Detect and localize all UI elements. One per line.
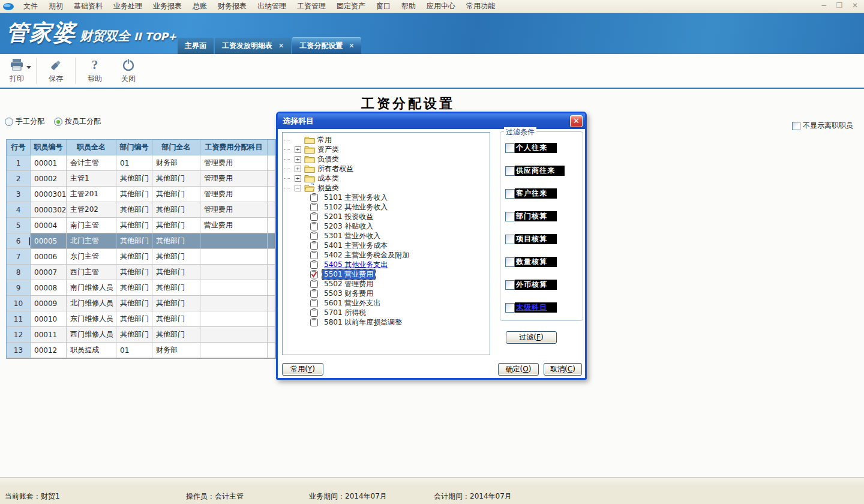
checkbox-icon[interactable] (505, 303, 515, 313)
leaf-icon[interactable] (310, 251, 318, 259)
checkbox-icon[interactable] (505, 235, 515, 244)
filter-option-末级科目[interactable]: 末级科目 (505, 302, 557, 313)
checkbox-icon[interactable] (505, 280, 515, 290)
table-row[interactable]: 1300012职员提成01财务部 (7, 343, 275, 358)
tree-leaf-5101[interactable]: 5101 主营业务收入 (283, 193, 490, 202)
expand-icon[interactable] (295, 156, 301, 163)
ok-button[interactable]: 确定(O) (498, 363, 539, 376)
menu-item-业务报表[interactable]: 业务报表 (148, 0, 187, 13)
toolbar-power-button[interactable]: 关闭 (112, 54, 145, 88)
table-row[interactable]: 200002主管1其他部门其他部门管理费用 (7, 171, 275, 187)
table-row[interactable]: 900008南门维修人员其他部门其他部门 (7, 280, 275, 296)
menu-item-帮助[interactable]: 帮助 (396, 0, 421, 13)
filter-option-供应商往来[interactable]: 供应商往来 (505, 166, 565, 176)
menu-item-窗口[interactable]: 窗口 (371, 0, 396, 13)
menu-item-固定资产[interactable]: 固定资产 (331, 0, 371, 13)
tree-leaf-5102[interactable]: 5102 其他业务收入 (283, 202, 490, 212)
filter-button[interactable]: 过滤(F) (506, 331, 557, 344)
tree-folder-常用[interactable]: 常用 (283, 135, 490, 145)
tree-leaf-5402[interactable]: 5402 主营业务税金及附加 (283, 250, 490, 260)
table-row[interactable]: 30000301主管201其他部门其他部门管理费用 (7, 187, 275, 202)
filter-option-部门核算[interactable]: 部门核算 (505, 211, 557, 221)
leaf-icon[interactable] (310, 212, 318, 221)
menu-item-出纳管理[interactable]: 出纳管理 (252, 0, 292, 13)
table-row[interactable]: 40000302主管202其他部门其他部门管理费用 (7, 202, 275, 218)
table-row[interactable]: 600005北门主管其他部门其他部门 (7, 233, 275, 249)
common-button[interactable]: 常用(Y) (282, 363, 323, 376)
menu-item-应用中心[interactable]: 应用中心 (421, 0, 461, 13)
tree-leaf-5301[interactable]: 5301 营业外收入 (283, 231, 490, 241)
checkbox-icon[interactable] (505, 257, 515, 267)
leaf-icon[interactable] (310, 222, 318, 230)
checkbox-icon[interactable] (505, 212, 515, 221)
leaf-icon[interactable] (310, 318, 318, 326)
menu-item-文件[interactable]: 文件 (18, 0, 43, 13)
radio-手工分配[interactable]: 手工分配 (5, 116, 44, 127)
leaf-icon[interactable] (310, 193, 318, 202)
tree-folder-资产类[interactable]: 资产类 (283, 145, 490, 154)
leaf-icon[interactable] (310, 289, 318, 298)
expand-icon[interactable] (295, 146, 301, 153)
tree-leaf-5701[interactable]: 5701 所得税 (283, 308, 490, 317)
menu-item-业务处理[interactable]: 业务处理 (108, 0, 148, 13)
leaf-icon[interactable] (310, 260, 318, 269)
tree-folder-成本类[interactable]: 成本类 (283, 173, 490, 183)
table-row[interactable]: 1100010东门维修人员其他部门其他部门 (7, 311, 275, 327)
tree-leaf-5405[interactable]: 5405 其他业务支出 (283, 260, 490, 269)
table-row[interactable]: 800007西门主管其他部门其他部门 (7, 265, 275, 280)
tab-主界面[interactable]: 主界面 (178, 38, 214, 54)
collapse-icon[interactable] (295, 185, 301, 191)
radio-按员工分配[interactable]: 按员工分配 (54, 116, 101, 127)
minimize-icon[interactable]: − (818, 1, 829, 11)
filter-option-个人往来[interactable]: 个人往来 (505, 143, 557, 153)
cancel-button[interactable]: 取消(C) (544, 363, 582, 376)
checked-leaf-icon[interactable] (310, 270, 318, 278)
dialog-close-icon[interactable]: ✕ (570, 115, 583, 127)
table-row[interactable]: 700006东门主管其他部门其他部门 (7, 249, 275, 265)
menu-item-常用功能[interactable]: 常用功能 (461, 0, 500, 13)
toolbar-save-button[interactable]: 保存 (39, 54, 73, 88)
leaf-icon[interactable] (310, 203, 318, 211)
tree-leaf-5801[interactable]: 5801 以前年度损益调整 (283, 317, 490, 327)
tree-leaf-5503[interactable]: 5503 财务费用 (283, 289, 490, 298)
dropdown-caret-icon[interactable] (26, 66, 31, 69)
filter-option-客户往来[interactable]: 客户往来 (505, 188, 557, 199)
filter-option-项目核算[interactable]: 项目核算 (505, 234, 557, 244)
checkbox-icon[interactable] (505, 189, 515, 199)
checkbox-icon[interactable] (505, 143, 515, 153)
dialog-title-bar[interactable]: 选择科目 ✕ (278, 113, 585, 129)
leaf-icon[interactable] (310, 299, 318, 307)
tree-folder-所有者权益[interactable]: 所有者权益 (283, 164, 490, 173)
menu-item-期初[interactable]: 期初 (43, 0, 68, 13)
tree-leaf-5601[interactable]: 5601 营业外支出 (283, 298, 490, 308)
leaf-icon[interactable] (310, 308, 318, 317)
filter-option-数量核算[interactable]: 数量核算 (505, 257, 557, 267)
expand-icon[interactable] (295, 175, 301, 182)
table-row[interactable]: 500004南门主管其他部门其他部门营业费用 (7, 218, 275, 233)
close-icon[interactable]: ✕ (850, 1, 860, 11)
table-row[interactable]: 1200011西门维修人员其他部门其他部门 (7, 327, 275, 343)
menu-item-总账[interactable]: 总账 (187, 0, 212, 13)
tree-leaf-5203[interactable]: 5203 补贴收入 (283, 221, 490, 231)
leaf-icon[interactable] (310, 241, 318, 250)
toolbar-printer-button[interactable]: 打印 (0, 54, 34, 88)
checkbox-icon[interactable] (505, 166, 515, 176)
tab-工资发放明细表[interactable]: 工资发放明细表✕ (215, 38, 291, 54)
tab-close-icon[interactable]: ✕ (349, 42, 354, 50)
hide-resigned-checkbox[interactable]: 不显示离职职员 (792, 121, 853, 131)
tab-工资分配设置[interactable]: 工资分配设置✕ (292, 37, 361, 54)
expand-icon[interactable] (295, 166, 301, 172)
tab-close-icon[interactable]: ✕ (278, 42, 284, 50)
table-row[interactable]: 1000009北门维修人员其他部门其他部门 (7, 296, 275, 311)
leaf-icon[interactable] (310, 280, 318, 288)
table-row[interactable]: 100001会计主管01财务部管理费用 (7, 155, 275, 171)
filter-option-外币核算[interactable]: 外币核算 (505, 280, 557, 290)
tree-leaf-5501[interactable]: 5501 营业费用 (283, 269, 490, 279)
tree-folder-负债类[interactable]: 负债类 (283, 154, 490, 164)
tree-folder-损益类[interactable]: 损益类 (283, 183, 490, 193)
tree-leaf-5201[interactable]: 5201 投资收益 (283, 212, 490, 221)
leaf-icon[interactable] (310, 232, 318, 240)
menu-item-工资管理[interactable]: 工资管理 (292, 0, 331, 13)
tree-leaf-5502[interactable]: 5502 管理费用 (283, 279, 490, 289)
tree-leaf-5401[interactable]: 5401 主营业务成本 (283, 241, 490, 250)
